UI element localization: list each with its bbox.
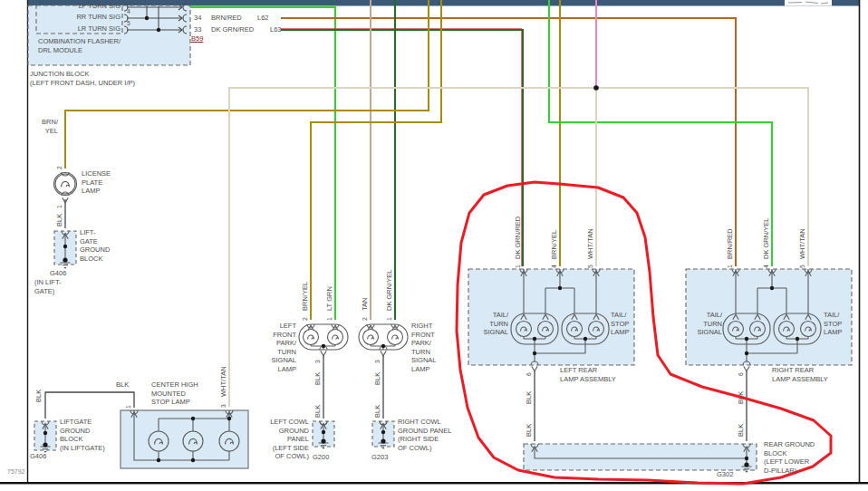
left-cowl-ground-label: LEFT COWL GROUND PANEL (LEFT SIDE OF COW… [243,418,309,461]
lr-pin6: 6 [525,372,533,376]
license-pin-1: 1 [55,205,63,208]
jb-row-rr-turn-sig: RR TURN SIG [68,13,121,22]
rf-pin2: 2 [361,317,369,321]
wire-dk-grn-red-tracer [281,29,522,266]
flasher-module-label: COMBINATION FLASHER/ DRL MODULE [38,37,121,54]
license-plate-lamp-label: LICENSE PLATE LAMP [82,169,111,196]
wire-dk-grn-yel-right-rear [549,0,772,266]
left-front-lamp-label: LEFT FRONT PARK/ TURN SIGNAL LAMP [255,322,296,374]
lr-blk-a: BLK [525,391,533,404]
chmsl-whttan-label: WHT/TAN [219,366,227,397]
rear-ground-id: G302 [717,470,733,479]
rf-wire2-label: TAN [361,298,369,311]
rear-ground-block-label: REAR GROUND BLOCK (LEFT LOWER D-PILLAR) [764,440,815,475]
chmsl-pin3: 3 [219,404,227,408]
page-number: 75792 [7,467,24,477]
jb-pin-5: 5 [127,19,130,28]
rr-pin6: 6 [737,372,745,376]
left-rear-assembly-label: LEFT REAR LAMP ASSEMBLY [560,366,616,383]
right-cowl-ground-id: G203 [371,453,388,462]
rear-ground-block-box [524,444,757,470]
liftgate-ground-lower-label: LIFTGATE GROUND BLOCK (IN LIFTGATE) [60,418,105,452]
rr-wire4-label: DK GRN/YEL [762,218,770,259]
rf-wire1-label: DK GRN/YEL [385,270,393,311]
license-feed-wire-label: BRN/ YEL [33,118,58,135]
jb-row-lr-turn-sig: LR TURN SIG [68,24,121,34]
right-front-lamp-label: RIGHT FRONT PARK/ TURN SIGNAL LAMP [411,322,437,374]
right-rear-assembly-label: RIGHT REAR LAMP ASSEMBLY [772,366,828,383]
lf-pin3: 3 [313,360,322,363]
wiring-diagram-page: LF TURN SIG RR TURN SIG LR TURN SIG 4 5 … [0,0,868,491]
connector-wire-brn-red: BRN/RED [211,14,242,23]
rr-tail-stop-label: TAIL/ STOP LAMP [824,311,842,337]
connector-circuit-l63: L63 [270,25,282,34]
rr-pin1: 1 [726,265,734,268]
connector-pin-33: 33 [194,25,201,34]
lr-blk-b: BLK [525,424,533,437]
rf-pin1: 1 [385,317,393,321]
left-cowl-ground-id: G200 [313,453,329,462]
liftgate-ground-upper-label: LIFT- GATE GROUND BLOCK [80,228,110,263]
license-blk-label: BLK [55,214,63,226]
jb-pin-4: 4 [127,7,130,16]
lr-wire1-label: DK GRN/RED [514,217,522,259]
rf-pin3: 3 [373,360,381,363]
lr-wire5-label: WHT/TAN [586,228,594,259]
lr-pin1: 1 [514,265,522,268]
rr-blk-b: BLK [737,424,745,437]
lf-pin2: 2 [301,317,309,321]
chmsl-blk-left-label: BLK [34,390,43,402]
liftgate-ground-upper-id: G406 [50,269,66,278]
rf-blk-a: BLK [373,372,381,385]
lr-pin5: 5 [586,265,594,268]
rr-wire1-label: BRN/RED [726,228,734,259]
chmsl-pin1: 1 [124,405,132,409]
rf-blk-b: BLK [373,405,381,418]
connector-pin-34: 34 [194,14,201,23]
right-cowl-ground-label: RIGHT COWL GROUND PANEL (RIGHT SIDE OF C… [398,418,451,452]
lf-blk-a: BLK [313,372,322,385]
lr-pin4: 4 [550,265,558,268]
connector-id-b59: B59 [191,34,203,43]
wire-brn-red-right-rear [281,18,736,266]
lf-wire1-label: LT GRN [325,286,333,311]
rr-wire5-label: WHT/TAN [798,228,806,259]
wire-dk-grn-red-left-rear [281,30,523,266]
connector-wire-dk-grn-red: DK GRN/RED [211,25,254,34]
lr-tail-turn-label: TAIL/ TURN SIGNAL [468,311,508,337]
lr-wire4-label: BRN/YEL [550,230,558,259]
rr-pin5: 5 [798,265,806,268]
rr-blk-a: BLK [737,391,745,404]
lr-tail-stop-label: TAIL/ STOP LAMP [611,311,629,337]
lf-wire2-label: BRN/YEL [301,282,309,311]
rr-pin4: 4 [762,265,770,268]
chmsl-label: CENTER HIGH MOUNTED STOP LAMP [151,380,198,407]
liftgate-ground-upper-loc: (IN LIFT- GATE) [34,278,62,295]
rr-tail-turn-label: TAIL/ TURN SIGNAL [682,311,722,337]
wire-brn-yel-left-front [311,0,441,320]
chmsl-blk-label: BLK [116,380,129,390]
junction-block-label: JUNCTION BLOCK (LEFT FRONT DASH, UNDER I… [30,70,135,87]
license-pin-2: 2 [55,166,63,169]
wire-lt-grn-left-front [190,7,335,320]
liftgate-ground-lower-id: G406 [30,452,46,461]
jb-row-lf-turn-sig: LF TURN SIG [68,2,121,11]
connector-circuit-l62: L62 [257,14,269,23]
lf-pin1: 1 [325,317,333,321]
lf-blk-b: BLK [313,405,322,418]
